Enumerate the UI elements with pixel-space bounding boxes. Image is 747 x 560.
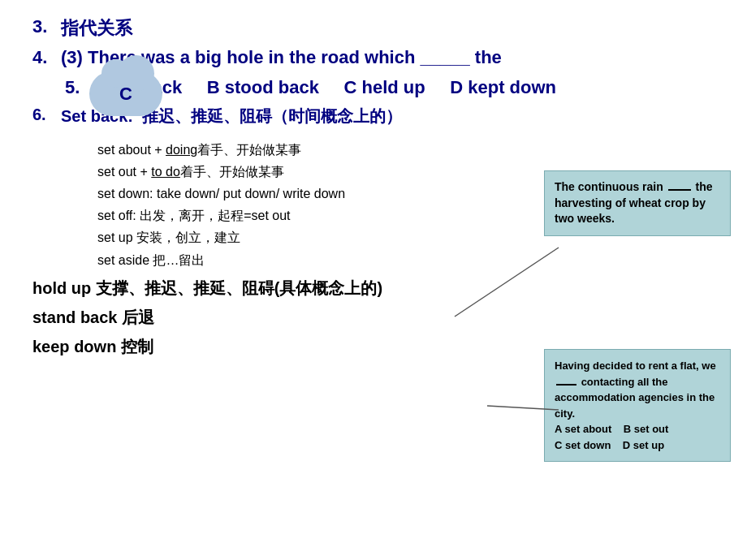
item3-text: 指代关系 xyxy=(61,16,715,41)
item-3: 3. 指代关系 xyxy=(32,16,715,41)
box-top-text1: The continuous rain xyxy=(555,180,667,193)
item6-number: 6. xyxy=(32,106,61,124)
item6-definition: 推迟、推延、阻碍（时间概念上的） xyxy=(142,107,402,125)
example-box-bottom: Having decided to rent a flat, we contac… xyxy=(544,349,731,462)
cloud-annotation: C xyxy=(89,71,162,116)
item3-number: 3. xyxy=(32,16,61,37)
example-box-top: The continuous rain the harvesting of wh… xyxy=(544,170,731,236)
box-bottom-option-b: B set out xyxy=(624,423,669,435)
hold-up: hold up 支撑、推迟、推延、阻碍(具体概念上的) xyxy=(32,276,715,300)
cloud-label: C xyxy=(119,84,132,105)
item4-number: 4. xyxy=(32,45,61,71)
box-bottom-text2: contacting all the accommodation agencie… xyxy=(555,376,715,420)
todo-text: to do xyxy=(151,165,180,179)
stand-back: stand back 后退 xyxy=(32,305,715,330)
box-bottom-blank xyxy=(556,384,576,386)
item6-header: Set back: 推迟、推延、阻碍（时间概念上的） xyxy=(61,106,715,127)
sub-item-1: set about + doing着手、开始做某事 xyxy=(97,139,715,161)
doing-text: doing xyxy=(166,143,197,157)
sub-item-6: set aside 把…留出 xyxy=(97,249,715,271)
box-bottom-text1: Having decided to rent a flat, we xyxy=(555,360,716,372)
item4-text: (3) There was a big hole in the road whi… xyxy=(61,45,715,71)
item5-text: A set back B stood back C held up D kept… xyxy=(93,75,715,101)
box-bottom-option-d: D set up xyxy=(623,439,664,451)
box-bottom-option-a: A set about xyxy=(555,423,611,435)
box-top-blank xyxy=(668,189,691,191)
box-bottom-option-c: C set down xyxy=(555,439,611,451)
